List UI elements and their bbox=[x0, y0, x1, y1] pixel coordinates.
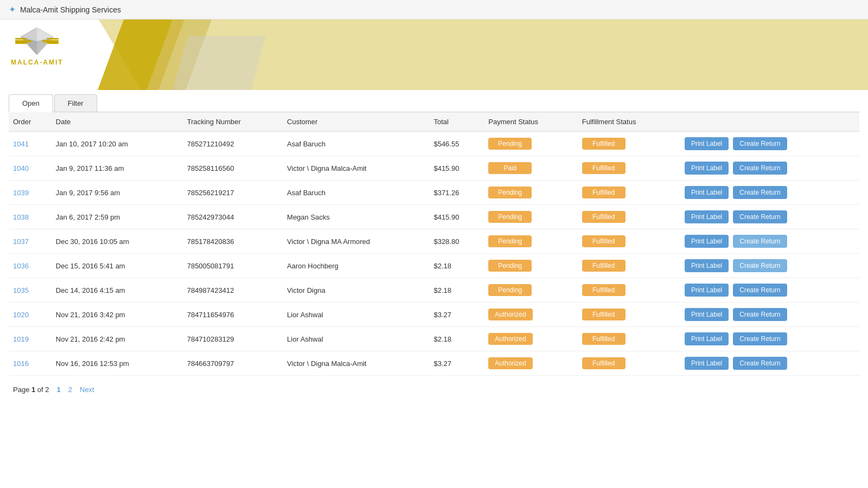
cell-actions: Print Label Create Return bbox=[678, 327, 859, 351]
cell-tracking: 785242973044 bbox=[183, 205, 283, 229]
cell-customer: Aaron Hochberg bbox=[283, 254, 429, 278]
print-label-button[interactable]: Print Label bbox=[685, 235, 729, 248]
table-row: 1039 Jan 9, 2017 9:56 am 785256219217 As… bbox=[9, 181, 859, 205]
payment-status-badge: Authorized bbox=[488, 333, 532, 345]
payment-status-badge: Paid bbox=[488, 162, 532, 174]
create-return-button[interactable]: Create Return bbox=[733, 284, 787, 297]
order-link[interactable]: 1019 bbox=[13, 335, 29, 343]
cell-tracking: 784710283129 bbox=[183, 327, 283, 351]
cell-fulfillment-status: Fulfilled bbox=[578, 181, 678, 205]
next-button[interactable]: Next bbox=[78, 384, 97, 395]
create-return-button[interactable]: Create Return bbox=[733, 357, 787, 370]
tabs: Open Filter bbox=[9, 94, 859, 112]
order-link[interactable]: 1035 bbox=[13, 286, 29, 294]
cell-fulfillment-status: Fulfilled bbox=[578, 156, 678, 181]
main-content: Open Filter Order Date Tracking Number C… bbox=[0, 94, 868, 412]
print-label-button[interactable]: Print Label bbox=[685, 357, 729, 370]
fulfillment-status-badge: Fulfilled bbox=[582, 235, 626, 247]
action-buttons: Print Label Create Return bbox=[682, 284, 855, 297]
order-link[interactable]: 1037 bbox=[13, 237, 29, 246]
cell-customer: Asaf Baruch bbox=[283, 132, 429, 156]
print-label-button[interactable]: Print Label bbox=[685, 284, 729, 297]
create-return-button[interactable]: Create Return bbox=[733, 308, 787, 321]
action-buttons: Print Label Create Return bbox=[682, 162, 855, 175]
cell-order: 1016 bbox=[9, 351, 52, 376]
table-row: 1035 Dec 14, 2016 4:15 am 784987423412 V… bbox=[9, 278, 859, 303]
cell-date: Nov 21, 2016 2:42 pm bbox=[52, 327, 183, 351]
create-return-button[interactable]: Create Return bbox=[733, 137, 787, 150]
cell-total: $3.27 bbox=[429, 351, 484, 376]
cell-tracking: 784663709797 bbox=[183, 351, 283, 376]
logo-text: MALCA-AMIT bbox=[11, 59, 63, 66]
cell-order: 1041 bbox=[9, 132, 52, 156]
print-label-button[interactable]: Print Label bbox=[685, 162, 729, 175]
create-return-button[interactable]: Create Return bbox=[733, 235, 787, 248]
action-buttons: Print Label Create Return bbox=[682, 308, 855, 321]
svg-rect-9 bbox=[47, 42, 59, 44]
logo-container: MALCA-AMIT bbox=[11, 25, 63, 66]
fulfillment-status-badge: Fulfilled bbox=[582, 333, 626, 345]
cell-tracking: 785005081791 bbox=[183, 254, 283, 278]
order-link[interactable]: 1038 bbox=[13, 213, 29, 221]
print-label-button[interactable]: Print Label bbox=[685, 186, 729, 199]
cell-tracking: 784711654976 bbox=[183, 303, 283, 327]
cell-customer: Megan Sacks bbox=[283, 205, 429, 229]
table-row: 1037 Dec 30, 2016 10:05 am 785178420836 … bbox=[9, 229, 859, 254]
tab-filter[interactable]: Filter bbox=[54, 94, 97, 112]
print-label-button[interactable]: Print Label bbox=[685, 332, 729, 345]
cell-customer: Lior Ashwal bbox=[283, 303, 429, 327]
cell-total: $3.27 bbox=[429, 303, 484, 327]
create-return-button[interactable]: Create Return bbox=[733, 162, 787, 175]
order-link[interactable]: 1016 bbox=[13, 359, 29, 368]
cell-fulfillment-status: Fulfilled bbox=[578, 229, 678, 254]
cell-date: Nov 21, 2016 3:42 pm bbox=[52, 303, 183, 327]
create-return-button[interactable]: Create Return bbox=[733, 210, 787, 223]
col-tracking: Tracking Number bbox=[183, 112, 283, 132]
cell-customer: Asaf Baruch bbox=[283, 181, 429, 205]
order-link[interactable]: 1036 bbox=[13, 262, 29, 270]
cell-fulfillment-status: Fulfilled bbox=[578, 132, 678, 156]
cell-total: $371.26 bbox=[429, 181, 484, 205]
print-label-button[interactable]: Print Label bbox=[685, 308, 729, 321]
order-link[interactable]: 1041 bbox=[13, 140, 29, 148]
payment-status-badge: Pending bbox=[488, 260, 532, 272]
print-label-button[interactable]: Print Label bbox=[685, 259, 729, 272]
cell-date: Jan 9, 2017 9:56 am bbox=[52, 181, 183, 205]
create-return-button[interactable]: Create Return bbox=[733, 332, 787, 345]
tab-open[interactable]: Open bbox=[9, 94, 53, 112]
print-label-button[interactable]: Print Label bbox=[685, 137, 729, 150]
current-page: 1 bbox=[31, 386, 35, 394]
cell-payment-status: Authorized bbox=[484, 351, 577, 376]
cell-date: Jan 9, 2017 11:36 am bbox=[52, 156, 183, 181]
table-row: 1040 Jan 9, 2017 11:36 am 785258116560 V… bbox=[9, 156, 859, 181]
order-link[interactable]: 1040 bbox=[13, 164, 29, 172]
cell-tracking: 785178420836 bbox=[183, 229, 283, 254]
cell-date: Dec 14, 2016 4:15 am bbox=[52, 278, 183, 303]
cell-actions: Print Label Create Return bbox=[678, 351, 859, 376]
fulfillment-status-badge: Fulfilled bbox=[582, 162, 626, 174]
page-2-link[interactable]: 2 bbox=[66, 384, 74, 395]
action-buttons: Print Label Create Return bbox=[682, 210, 855, 223]
create-return-button[interactable]: Create Return bbox=[733, 259, 787, 272]
col-payment-status: Payment Status bbox=[484, 112, 577, 132]
cell-order: 1039 bbox=[9, 181, 52, 205]
print-label-button[interactable]: Print Label bbox=[685, 210, 729, 223]
cell-payment-status: Authorized bbox=[484, 327, 577, 351]
cell-total: $415.90 bbox=[429, 156, 484, 181]
order-link[interactable]: 1020 bbox=[13, 311, 29, 319]
cell-actions: Print Label Create Return bbox=[678, 132, 859, 156]
cell-order: 1035 bbox=[9, 278, 52, 303]
create-return-button[interactable]: Create Return bbox=[733, 186, 787, 199]
table-row: 1036 Dec 15, 2016 5:41 am 785005081791 A… bbox=[9, 254, 859, 278]
cell-total: $415.90 bbox=[429, 205, 484, 229]
cell-customer: Victor Digna bbox=[283, 278, 429, 303]
cell-date: Jan 6, 2017 2:59 pm bbox=[52, 205, 183, 229]
page-1-link[interactable]: 1 bbox=[55, 384, 63, 395]
cell-fulfillment-status: Fulfilled bbox=[578, 254, 678, 278]
order-link[interactable]: 1039 bbox=[13, 189, 29, 197]
cell-tracking: 784987423412 bbox=[183, 278, 283, 303]
col-fulfillment-status: Fulfillment Status bbox=[578, 112, 678, 132]
cell-order: 1037 bbox=[9, 229, 52, 254]
action-buttons: Print Label Create Return bbox=[682, 332, 855, 345]
table-row: 1020 Nov 21, 2016 3:42 pm 784711654976 L… bbox=[9, 303, 859, 327]
